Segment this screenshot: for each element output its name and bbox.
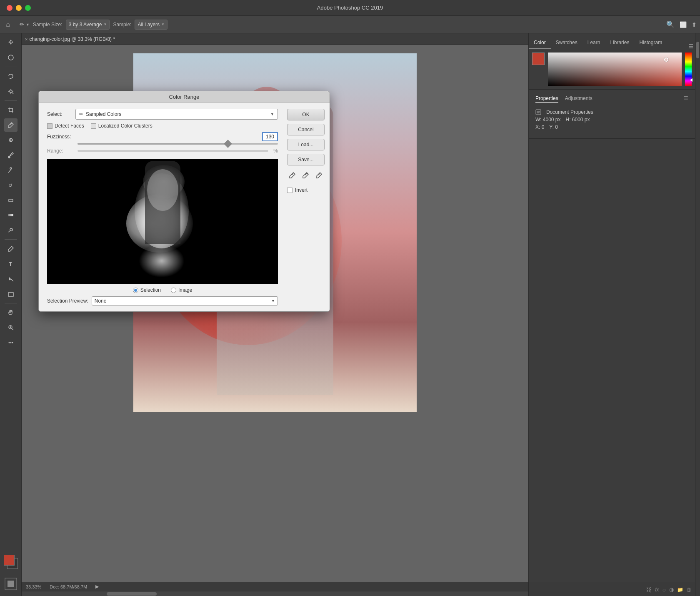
eyedropper-tool-left[interactable]	[4, 118, 18, 132]
dialog-main: Select: ✏ Sampled Colors ▼	[39, 103, 284, 311]
sample-label: Sample:	[113, 22, 131, 28]
tool-separator-3	[5, 239, 17, 240]
scrollbar-thumb-h[interactable]	[107, 592, 157, 596]
select-tool[interactable]	[4, 51, 18, 64]
sample-size-arrow: ▼	[103, 23, 107, 26]
color-circle-handle	[664, 58, 668, 62]
gradient-tool[interactable]	[4, 208, 18, 222]
add-picker-icon[interactable]: +	[300, 170, 310, 180]
search-icon[interactable]: 🔍	[666, 20, 675, 28]
tab-histogram[interactable]: Histogram	[634, 37, 667, 49]
picker-icon-row: + -	[287, 170, 324, 180]
fx-icon[interactable]: fx	[655, 587, 659, 593]
tab-color[interactable]: Color	[529, 37, 551, 49]
range-slider-track[interactable]	[78, 150, 268, 152]
sample-size-value: 3 by 3 Average	[69, 22, 102, 28]
cancel-button[interactable]: Cancel	[287, 124, 325, 135]
text-tool[interactable]: T	[4, 257, 18, 270]
selection-radio-item[interactable]: Selection	[133, 287, 161, 293]
tab-swatches[interactable]: Swatches	[551, 37, 582, 49]
selection-radio[interactable]	[133, 288, 138, 293]
hue-slider[interactable]	[685, 53, 692, 86]
right-panel: Color Swatches Learn Libraries Histogram	[528, 33, 695, 596]
path-select-tool[interactable]	[4, 272, 18, 285]
horizontal-scrollbar[interactable]	[22, 591, 528, 596]
load-button[interactable]: Load...	[287, 139, 325, 150]
add-layer-mask-icon[interactable]: ○	[662, 586, 666, 593]
svg-line-17	[12, 328, 13, 330]
invert-checkbox[interactable]	[287, 188, 292, 193]
eyedropper-picker-icon[interactable]	[287, 170, 297, 180]
fuzziness-row: Fuzziness: 130	[47, 132, 278, 141]
foreground-color-preview[interactable]	[532, 53, 545, 65]
brush-tool[interactable]	[4, 148, 18, 162]
subtract-picker-icon[interactable]: -	[314, 170, 324, 180]
new-group-icon[interactable]: 📁	[677, 587, 683, 593]
fuzziness-slider-track[interactable]	[78, 143, 278, 145]
invert-label: Invert	[295, 187, 308, 193]
fullscreen-icon[interactable]: ⬜	[680, 21, 687, 28]
adjustments-tab[interactable]: Adjustments	[565, 95, 592, 103]
detect-faces-checkbox[interactable]	[47, 123, 52, 129]
save-button[interactable]: Save...	[287, 154, 325, 165]
move-tool[interactable]	[4, 36, 18, 49]
fuzziness-input[interactable]: 130	[262, 132, 278, 141]
crop-tool[interactable]	[4, 103, 18, 117]
link-icon[interactable]: ⛓	[646, 586, 652, 593]
svg-rect-10	[8, 214, 13, 216]
select-dropdown[interactable]: ✏ Sampled Colors ▼	[75, 109, 278, 120]
pen-tool[interactable]	[4, 242, 18, 255]
panel-collapse-icon[interactable]	[688, 44, 693, 49]
panel-bottom-bar: ⛓ fx ○ ◑ 📁 🗑	[529, 583, 695, 596]
sample-dropdown[interactable]: All Layers ▼	[135, 20, 168, 30]
fill-icon[interactable]: ◑	[669, 586, 674, 593]
color-swatches-container	[2, 555, 20, 576]
selection-radio-dot	[134, 289, 137, 292]
tab-libraries[interactable]: Libraries	[605, 37, 634, 49]
vertical-scrollbar[interactable]	[695, 33, 700, 596]
foreground-color-swatch[interactable]	[4, 555, 15, 566]
toolbar-right-icons: 🔍 ⬜ ⬆	[666, 20, 697, 28]
svg-point-1	[10, 90, 12, 93]
home-button[interactable]: ⌂	[3, 20, 12, 29]
select-row: Select: ✏ Sampled Colors ▼	[47, 109, 278, 120]
tab-learn[interactable]: Learn	[582, 37, 605, 49]
canvas-container[interactable]: Color Range Select: ✏ S	[22, 45, 528, 582]
extras-tool[interactable]	[4, 336, 18, 349]
scrollbar-thumb-v[interactable]	[696, 42, 699, 58]
share-icon[interactable]: ⬆	[692, 21, 697, 28]
localized-clusters-item: Localized Color Clusters	[91, 123, 152, 129]
shape-tool[interactable]	[4, 287, 18, 301]
panel-menu-icon[interactable]: ☰	[684, 95, 688, 103]
selection-preview-dropdown[interactable]: None ▼	[92, 296, 278, 306]
zoom-tool[interactable]	[4, 321, 18, 334]
eyedropper-icon: ✏	[20, 21, 24, 28]
image-radio[interactable]	[171, 288, 176, 293]
color-gradient-field[interactable]	[548, 53, 682, 86]
detect-faces-label: Detect Faces	[55, 123, 84, 129]
tool-separator-2	[5, 100, 17, 101]
document-tab-title: changing-color.jpg @ 33.3% (RGB/8) *	[29, 36, 115, 42]
maximize-button[interactable]	[25, 5, 31, 11]
eyedropper-tool[interactable]: ✏ ▼	[20, 21, 30, 28]
lasso-tool[interactable]	[4, 70, 18, 83]
dodge-tool[interactable]	[4, 223, 18, 237]
app-title: Adobe Photoshop CC 2019	[317, 5, 383, 11]
clone-stamp-tool[interactable]	[4, 163, 18, 177]
quick-mask-mode[interactable]	[4, 577, 18, 592]
doc-size: Doc: 68.7M/68.7M	[50, 584, 87, 589]
ok-button[interactable]: OK	[287, 109, 325, 120]
close-button[interactable]	[7, 5, 12, 11]
eraser-tool[interactable]	[4, 193, 18, 207]
image-radio-item[interactable]: Image	[171, 287, 192, 293]
minimize-button[interactable]	[16, 5, 22, 11]
localized-clusters-checkbox[interactable]	[91, 123, 96, 129]
sample-size-dropdown[interactable]: 3 by 3 Average ▼	[66, 20, 110, 30]
history-brush-tool[interactable]: ↺	[4, 178, 18, 192]
delete-icon[interactable]: 🗑	[687, 587, 692, 593]
heal-tool[interactable]	[4, 133, 18, 147]
tab-close-button[interactable]: ×	[25, 37, 28, 42]
hand-tool[interactable]	[4, 306, 18, 319]
quick-select-tool[interactable]	[4, 85, 18, 98]
properties-tab[interactable]: Properties	[535, 95, 558, 103]
